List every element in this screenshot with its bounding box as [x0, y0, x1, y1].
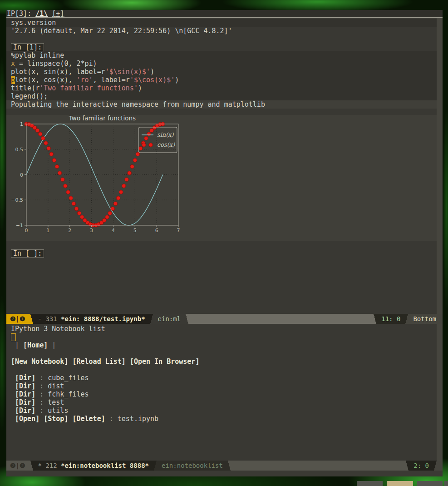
- actions-row: [New Notebook] [Reload List] [Open In Br…: [6, 357, 437, 366]
- open-button[interactable]: [Open]: [15, 415, 39, 423]
- taskbar-item[interactable]: [357, 481, 383, 486]
- desktop: { "header": {"kernel": "IP[3]:", "tab": …: [0, 0, 448, 486]
- taskbar-item-active[interactable]: [387, 481, 413, 486]
- code-line[interactable]: plot(x, sin(x), label=r'$\sin(x)$'): [6, 68, 437, 76]
- powerline-separator: [433, 461, 438, 471]
- notebook-window: sys.version '2.7.6 (default, Mar 22 2014…: [6, 18, 443, 314]
- code-line[interactable]: sys.version: [6, 19, 437, 27]
- svg-text:2: 2: [68, 228, 71, 233]
- code-line[interactable]: legend();: [6, 92, 437, 100]
- powerline-separator: [404, 461, 410, 471]
- modeline-filler: [190, 314, 372, 324]
- new-notebook-button[interactable]: [New Notebook]: [11, 357, 68, 366]
- notebook-tab[interactable]: /1\: [35, 10, 48, 18]
- breadcrumb: | [Home] |: [6, 341, 437, 349]
- svg-text:4: 4: [112, 228, 115, 233]
- scrollbar[interactable]: [437, 18, 443, 314]
- dir-name[interactable]: fchk_files: [48, 390, 89, 398]
- notebook-list-dir-row: [Dir] : cube_files: [6, 374, 437, 382]
- empty-input-prompt: In [ ]:: [11, 249, 44, 258]
- minibuffer-echo-area[interactable]: [6, 471, 443, 476]
- dir-name[interactable]: cube_files: [48, 374, 89, 382]
- delete-button[interactable]: [Delete]: [72, 415, 105, 423]
- minor-mode: ein:ml: [154, 314, 185, 324]
- dir-list: [Dir] : cube_files [Dir] : dist [Dir] : …: [6, 374, 443, 415]
- powerline-separator: [372, 314, 378, 324]
- dir-name[interactable]: test: [48, 398, 64, 407]
- code-line[interactable]: title(r'Two familiar functions'): [6, 84, 437, 92]
- code-line[interactable]: x = linspace(0, 2*pi): [6, 60, 437, 68]
- notebook-list-dir-row: [Dir] : test: [6, 398, 437, 407]
- output-line: '2.7.6 (default, Mar 22 2014, 22:59:56) …: [6, 27, 437, 35]
- modeline-end-cap: [438, 461, 443, 471]
- powerline-separator: [29, 461, 34, 471]
- stop-button[interactable]: [Stop]: [44, 415, 68, 423]
- matplotlib-figure: 01234567−1−0.500.51Two familiar function…: [11, 115, 195, 234]
- buffer-name[interactable]: *ein:notebooklist 8888*: [61, 462, 149, 469]
- svg-text:5: 5: [133, 228, 137, 233]
- cell-prompt-line: In [1]:: [6, 43, 437, 51]
- reload-list-button[interactable]: [Reload List]: [72, 357, 125, 366]
- window-number-indicator: ❷|❶: [6, 314, 29, 324]
- cursor-line[interactable]: [6, 333, 437, 341]
- dir-button[interactable]: [Dir]: [15, 398, 35, 407]
- window-number-indicator: ❷|❷: [6, 461, 29, 471]
- home-button[interactable]: [Home]: [23, 341, 48, 349]
- notebook-file-name[interactable]: test.ipynb: [118, 415, 158, 423]
- new-tab-button[interactable]: [+]: [52, 10, 64, 18]
- notebooklist-window: IPython 3 Notebook list | [Home] | [New …: [6, 324, 443, 461]
- open-in-browser-button[interactable]: [Open In Browser]: [130, 357, 200, 366]
- svg-text:cos(x): cos(x): [157, 141, 175, 148]
- svg-text:Two familiar functions: Two familiar functions: [69, 115, 136, 122]
- breadcrumb-pipe: |: [15, 341, 19, 349]
- line-column-indicator: 2: 0: [410, 461, 433, 471]
- input-prompt: In [1]:: [11, 43, 44, 51]
- dir-button[interactable]: [Dir]: [15, 390, 35, 398]
- svg-text:−0.5: −0.5: [11, 197, 23, 203]
- svg-text:0: 0: [25, 228, 28, 233]
- emacs-frame: IP[3]: /1\ [+] sys.version '2.7.6 (defau…: [6, 10, 443, 476]
- powerline-separator: [29, 314, 34, 324]
- notebook-row: [Open] [Stop] [Delete] : test.ipynb: [6, 415, 437, 423]
- powerline-separator: [184, 314, 190, 324]
- modeline-notebook: ❷|❶ - 331 *ein: 8888/test.ipynb* ein:ml …: [6, 314, 443, 324]
- blank-line: [6, 241, 437, 249]
- notebooklist-title: IPython 3 Notebook list: [6, 325, 437, 333]
- notebook-list-dir-row: [Dir] : fchk_files: [6, 390, 437, 398]
- notebook-list-dir-row: [Dir] : dist: [6, 382, 437, 390]
- notebook-list-dir-row: [Dir] : utils: [6, 407, 437, 415]
- buffer-name[interactable]: *ein: 8888/test.ipynb*: [61, 315, 145, 322]
- row-separator: :: [105, 415, 118, 423]
- hollow-cursor: [11, 333, 16, 341]
- code-line-with-cursor[interactable]: plot(x, cos(x), 'ro', label=r'$\cos(x)$'…: [6, 76, 437, 84]
- svg-text:−1: −1: [16, 223, 23, 228]
- figure-output-area: 01234567−1−0.500.51Two familiar function…: [6, 115, 437, 241]
- modeline-filler: [232, 461, 404, 471]
- line-column-indicator: 11: 0: [378, 314, 404, 324]
- dir-button[interactable]: [Dir]: [15, 407, 35, 415]
- blank-line: [6, 35, 437, 43]
- buffer-status: * 212: [38, 462, 57, 469]
- blank-line: [6, 349, 437, 357]
- svg-text:6: 6: [155, 228, 158, 233]
- breadcrumb-pipe: |: [52, 341, 56, 349]
- dir-name[interactable]: utils: [48, 407, 68, 415]
- dir-name[interactable]: dist: [48, 382, 64, 390]
- row-separator: :: [35, 382, 48, 390]
- taskbar-item[interactable]: [444, 481, 448, 486]
- svg-text:1: 1: [20, 121, 23, 127]
- dir-button[interactable]: [Dir]: [15, 374, 35, 382]
- buffer-status: - 331: [38, 315, 57, 322]
- svg-text:7: 7: [177, 228, 180, 233]
- dir-button[interactable]: [Dir]: [15, 382, 35, 390]
- scrollbar[interactable]: [437, 324, 443, 461]
- row-separator: :: [35, 390, 48, 398]
- blank-line: [6, 366, 437, 374]
- row-separator: :: [35, 407, 48, 415]
- svg-text:0.5: 0.5: [15, 147, 24, 153]
- row-separator: :: [35, 374, 48, 382]
- kernel-indicator: IP[3]:: [7, 10, 31, 18]
- code-line[interactable]: %pylab inline: [6, 51, 437, 60]
- taskbar-item[interactable]: [417, 481, 443, 486]
- svg-text:sin(x): sin(x): [157, 131, 174, 138]
